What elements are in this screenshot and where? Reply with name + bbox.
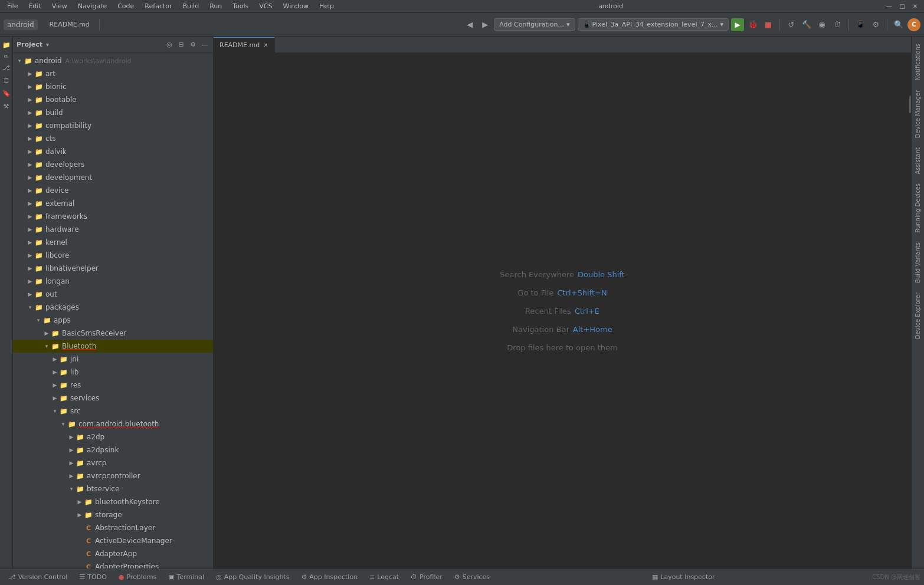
version-control-tab[interactable]: ⎇ Version Control bbox=[4, 571, 72, 583]
resource-manager-toggle[interactable]: R bbox=[1, 52, 12, 60]
menu-build[interactable]: Build bbox=[181, 1, 202, 11]
services-tab[interactable]: ⚙ Services bbox=[450, 571, 494, 583]
tree-item-longan[interactable]: ▶ 📁 longan bbox=[13, 275, 213, 288]
tree-item-device[interactable]: ▶ 📁 device bbox=[13, 184, 213, 197]
config-prev-button[interactable]: ◀ bbox=[463, 18, 476, 31]
tree-item-kernel[interactable]: ▶ 📁 kernel bbox=[13, 236, 213, 249]
tree-item-src[interactable]: ▾ 📁 src bbox=[13, 405, 213, 418]
sdk-button[interactable]: ⚙ bbox=[869, 18, 882, 31]
scope-button[interactable]: ◎ bbox=[165, 40, 174, 50]
menu-tools[interactable]: Tools bbox=[230, 1, 251, 11]
tree-item-out[interactable]: ▶ 📁 out bbox=[13, 288, 213, 301]
tab-readme[interactable]: README.md ✕ bbox=[214, 37, 275, 52]
commit-toggle[interactable]: ⎇ bbox=[1, 61, 12, 73]
menu-vcs[interactable]: VCS bbox=[257, 1, 274, 11]
tree-item-frameworks[interactable]: ▶ 📁 frameworks bbox=[13, 210, 213, 223]
menu-code[interactable]: Code bbox=[115, 1, 136, 11]
project-tree[interactable]: ▾ 📁 android A:\works\aw\android ▶ 📁 art … bbox=[13, 53, 213, 568]
collapse-all-button[interactable]: ⊟ bbox=[176, 40, 186, 50]
menu-refactor[interactable]: Refactor bbox=[142, 1, 174, 11]
device-manager-button[interactable]: 📱 bbox=[854, 18, 867, 31]
tree-item-dalvik[interactable]: ▶ 📁 dalvik bbox=[13, 145, 213, 158]
close-button[interactable]: ✕ bbox=[911, 2, 919, 11]
running-devices-panel-toggle[interactable]: Running Devices bbox=[913, 179, 922, 238]
menu-edit[interactable]: Edit bbox=[26, 1, 43, 11]
minimize-panel-button[interactable]: — bbox=[200, 40, 209, 50]
tree-item-bluetooth[interactable]: ▾ 📁 Bluetooth bbox=[13, 340, 213, 353]
config-next-button[interactable]: ▶ bbox=[479, 18, 492, 31]
user-avatar[interactable]: C bbox=[907, 18, 920, 31]
tree-item-services[interactable]: ▶ 📁 services bbox=[13, 392, 213, 405]
tree-item-compatibility[interactable]: ▶ 📁 compatibility bbox=[13, 119, 213, 132]
tree-item-cts[interactable]: ▶ 📁 cts bbox=[13, 132, 213, 145]
menu-run[interactable]: Run bbox=[207, 1, 224, 11]
device-selector[interactable]: 📱 Pixel_3a_API_34_extension_level_7_x...… bbox=[578, 18, 729, 31]
app-inspection-tab[interactable]: ⚙ App Inspection bbox=[296, 571, 362, 583]
run-config-dropdown[interactable]: Add Configuration... ▾ bbox=[494, 18, 575, 31]
build-button[interactable]: 🔨 bbox=[800, 18, 813, 31]
tree-item-com-android-bluetooth[interactable]: ▾ 📁 com.android.bluetooth bbox=[13, 418, 213, 430]
menu-navigate[interactable]: Navigate bbox=[76, 1, 109, 11]
tree-item-a2dp[interactable]: ▶ 📁 a2dp bbox=[13, 430, 213, 443]
debug-button[interactable]: 🐞 bbox=[746, 18, 759, 31]
panel-dropdown-arrow[interactable]: ▾ bbox=[46, 41, 49, 48]
notifications-panel-toggle[interactable]: Notifications bbox=[913, 39, 922, 86]
tree-item-a2dpsink[interactable]: ▶ 📁 a2dpsink bbox=[13, 443, 213, 456]
problems-tab[interactable]: ● Problems bbox=[114, 571, 161, 583]
menu-window[interactable]: Window bbox=[281, 1, 311, 11]
bookmarks-toggle[interactable]: 🔖 bbox=[1, 87, 12, 99]
tree-item-android[interactable]: ▾ 📁 android A:\works\aw\android bbox=[13, 54, 213, 67]
tree-item-jni[interactable]: ▶ 📁 jni bbox=[13, 353, 213, 366]
tab-readme-close[interactable]: ✕ bbox=[263, 42, 268, 48]
tree-item-apps[interactable]: ▾ 📁 apps bbox=[13, 314, 213, 327]
tree-item-bluetoothKeystore[interactable]: ▶ 📁 bluetoothKeystore bbox=[13, 495, 213, 508]
search-button[interactable]: 🔍 bbox=[892, 18, 905, 31]
tree-item-avrcp[interactable]: ▶ 📁 avrcp bbox=[13, 456, 213, 469]
tree-item-lib[interactable]: ▶ 📁 lib bbox=[13, 366, 213, 379]
tree-item-external[interactable]: ▶ 📁 external bbox=[13, 197, 213, 210]
build-variants-panel-toggle[interactable]: Build Variants bbox=[913, 238, 922, 288]
coverage-button[interactable]: ◉ bbox=[815, 18, 828, 31]
tree-item-bionic[interactable]: ▶ 📁 bionic bbox=[13, 80, 213, 93]
run-button[interactable]: ▶ bbox=[731, 18, 744, 31]
tree-item-development[interactable]: ▶ 📁 development bbox=[13, 171, 213, 184]
menu-file[interactable]: File bbox=[5, 1, 20, 11]
tree-item-developers[interactable]: ▶ 📁 developers bbox=[13, 158, 213, 171]
todo-tab[interactable]: ☰ TODO bbox=[74, 571, 111, 583]
device-explorer-panel-toggle[interactable]: Device Explorer bbox=[913, 288, 922, 344]
tree-item-adapterproperties[interactable]: ▶ C AdapterProperties bbox=[13, 560, 213, 568]
stop-button[interactable]: ■ bbox=[762, 18, 775, 31]
tree-item-packages[interactable]: ▾ 📁 packages bbox=[13, 301, 213, 314]
sync-button[interactable]: ↺ bbox=[785, 18, 798, 31]
build-variants-toggle[interactable]: ⚒ bbox=[1, 100, 12, 112]
structure-toggle[interactable]: ≣ bbox=[1, 74, 12, 86]
readme-tab[interactable]: README.md bbox=[45, 19, 94, 29]
tree-item-bootable[interactable]: ▶ 📁 bootable bbox=[13, 93, 213, 106]
tree-item-adapterapp[interactable]: ▶ C AdapterApp bbox=[13, 547, 213, 560]
tree-item-storage[interactable]: ▶ 📁 storage bbox=[13, 508, 213, 521]
tree-item-build[interactable]: ▶ 📁 build bbox=[13, 106, 213, 119]
maximize-button[interactable]: □ bbox=[898, 2, 906, 11]
profiler-tab[interactable]: ⏱ Profiler bbox=[406, 571, 447, 583]
terminal-tab[interactable]: ▣ Terminal bbox=[163, 571, 209, 583]
tree-item-abstractionlayer[interactable]: ▶ C AbstractionLayer bbox=[13, 521, 213, 534]
logcat-tab[interactable]: ≡ Logcat bbox=[365, 571, 404, 583]
project-panel-toggle[interactable]: 📁 bbox=[1, 39, 12, 51]
tree-item-res[interactable]: ▶ 📁 res bbox=[13, 379, 213, 392]
assistant-panel-toggle[interactable]: Assistant bbox=[913, 143, 922, 179]
tree-item-libcore[interactable]: ▶ 📁 libcore bbox=[13, 249, 213, 262]
minimize-button[interactable]: — bbox=[885, 2, 893, 11]
tree-item-activedevicemanager[interactable]: ▶ C ActiveDeviceManager bbox=[13, 534, 213, 547]
menu-view[interactable]: View bbox=[50, 1, 70, 11]
tree-item-hardware[interactable]: ▶ 📁 hardware bbox=[13, 223, 213, 236]
app-quality-insights-tab[interactable]: ◎ App Quality Insights bbox=[211, 571, 294, 583]
tree-item-libnativehelper[interactable]: ▶ 📁 libnativehelper bbox=[13, 262, 213, 275]
tree-item-art[interactable]: ▶ 📁 art bbox=[13, 67, 213, 80]
profiler-button[interactable]: ⏱ bbox=[831, 18, 844, 31]
layout-inspector-button[interactable]: ▦ Layout Inspector bbox=[647, 571, 720, 583]
menu-help[interactable]: Help bbox=[317, 1, 336, 11]
device-manager-panel-toggle[interactable]: Device Manager bbox=[913, 86, 922, 143]
tree-item-basicsmsreceiver[interactable]: ▶ 📁 BasicSmsReceiver bbox=[13, 327, 213, 340]
tree-item-btservice[interactable]: ▾ 📁 btservice bbox=[13, 482, 213, 495]
tree-item-avrcpcontroller[interactable]: ▶ 📁 avrcpcontroller bbox=[13, 469, 213, 482]
